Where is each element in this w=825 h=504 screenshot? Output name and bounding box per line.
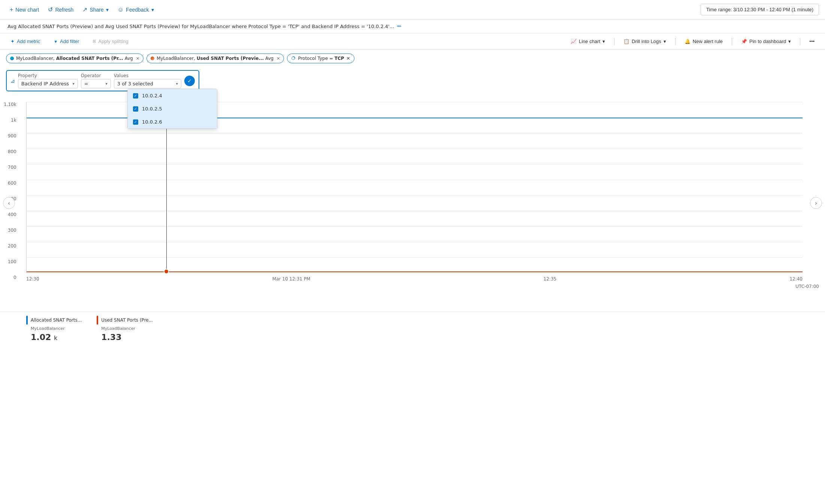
checkbox-1[interactable]: ✓ (133, 93, 138, 98)
property-chevron-icon: ▾ (73, 82, 75, 86)
operator-label: Operator (81, 73, 111, 78)
filter-row: ⊿ Property Backend IP Address ▾ Operator… (0, 67, 825, 94)
grid-line-10 (27, 257, 803, 258)
feedback-button[interactable]: ☺ Feedback ▾ (114, 4, 158, 15)
refresh-button[interactable]: ↺ Refresh (44, 4, 77, 15)
legend-label-row-1: Allocated SNAT Ports... (26, 316, 82, 325)
drill-into-logs-button[interactable]: 📋 Drill into Logs ▾ (619, 36, 671, 46)
legend-unit-1: k (54, 334, 57, 341)
pill-dot-1 (10, 57, 14, 60)
dropdown-item-1[interactable]: ✓ 10.0.2.4 (128, 89, 217, 102)
alert-icon: 🔔 (685, 39, 690, 44)
operator-chevron-icon: ▾ (106, 82, 108, 86)
pill-label-1: MyLoadBalancer, Allocated SNAT Ports (Pr… (16, 56, 133, 61)
dropdown-value-2: 10.0.2.5 (142, 106, 162, 112)
pill-label-2: MyLoadBalancer, Used SNAT Ports (Previe.… (157, 56, 274, 61)
legend-color-2 (97, 316, 98, 325)
chart-title: Avg Allocated SNAT Ports (Preview) and A… (7, 24, 394, 29)
feedback-icon: ☺ (118, 6, 124, 13)
refresh-icon: ↺ (48, 6, 53, 13)
property-group: Property Backend IP Address ▾ (18, 73, 78, 88)
values-group: Values 3 of 3 selected ▾ (114, 73, 181, 88)
operator-group: Operator = ▾ (81, 73, 111, 88)
legend-value-1: 1.02 k (26, 333, 82, 342)
chevron-down-icon: ▾ (106, 7, 109, 13)
y-label-4: 800 (4, 149, 16, 154)
grid-line-9 (27, 242, 803, 242)
grid-line-5 (27, 180, 803, 180)
grid-line-11 (27, 273, 803, 273)
values-label: Values (114, 73, 181, 78)
chart-nav-left[interactable]: ‹ (3, 197, 15, 209)
values-chevron-icon: ▾ (176, 82, 178, 86)
property-label: Property (18, 73, 78, 78)
y-label-6: 600 (4, 180, 16, 186)
chart-container: 1.10k 1k 900 800 700 600 500 400 300 200… (0, 94, 825, 312)
orange-data-point (164, 269, 169, 274)
filter-icon: 🔿 (291, 56, 296, 61)
apply-splitting-icon: ⊞ (93, 39, 96, 44)
chart-title-bar: Avg Allocated SNAT Ports (Preview) and A… (0, 19, 825, 33)
drill-logs-icon: 📋 (623, 39, 629, 44)
grid-line-3 (27, 149, 803, 149)
line-chart-button[interactable]: 📈 Line chart ▾ (566, 36, 610, 46)
add-filter-button[interactable]: ▼ Add filter (49, 36, 84, 46)
dropdown-item-2[interactable]: ✓ 10.0.2.5 (128, 102, 217, 115)
y-label-3: 900 (4, 133, 16, 139)
grid-line-8 (27, 226, 803, 227)
dropdown-value-3: 10.0.2.6 (142, 119, 162, 125)
y-label-10: 200 (4, 243, 16, 249)
dropdown-item-3[interactable]: ✓ 10.0.2.6 (128, 115, 217, 128)
time-range-button[interactable]: Time range: 3/10 12:30 PM - 12:40 PM (1 … (701, 4, 819, 15)
x-label-3: 12:35 (544, 276, 557, 282)
metrics-toolbar: ✦ Add metric ▼ Add filter ⊞ Apply splitt… (0, 33, 825, 50)
share-icon: ↗ (82, 6, 87, 13)
grid-line-6 (27, 195, 803, 195)
chart-nav-right[interactable]: › (810, 197, 822, 209)
pill-close-1[interactable]: ✕ (136, 56, 139, 61)
metric-pill-1[interactable]: MyLoadBalancer, Allocated SNAT Ports (Pr… (6, 54, 143, 63)
pin-to-dashboard-button[interactable]: 📌 Pin to dashboard ▾ (737, 36, 795, 46)
legend-label-1: Allocated SNAT Ports... (31, 318, 82, 323)
chevron-down-icon: ▾ (664, 39, 666, 44)
top-toolbar: + New chart ↺ Refresh ↗ Share ▾ ☺ Feedba… (0, 0, 825, 19)
property-select[interactable]: Backend IP Address ▾ (18, 79, 78, 88)
y-label-5: 700 (4, 165, 16, 170)
grid-line-2 (27, 133, 803, 133)
plus-icon: + (10, 6, 13, 13)
metric-pill-2[interactable]: MyLoadBalancer, Used SNAT Ports (Previe.… (146, 54, 284, 63)
chevron-down-icon: ▾ (151, 7, 154, 13)
y-label-12: 0 (4, 275, 16, 280)
x-label-1: 12:30 (26, 276, 39, 282)
pill-close-2[interactable]: ✕ (276, 56, 280, 61)
edit-title-icon[interactable]: ✏ (397, 23, 402, 29)
legend-value-2: 1.33 (97, 333, 153, 342)
filter-funnel-icon: ⊿ (10, 78, 15, 84)
new-alert-rule-button[interactable]: 🔔 New alert rule (680, 36, 727, 46)
apply-splitting-button[interactable]: ⊞ Apply splitting (88, 36, 133, 46)
x-label-2: Mar 10 12:31 PM (272, 276, 311, 282)
add-metric-button[interactable]: ✦ Add metric (6, 36, 45, 46)
filter-confirm-button[interactable]: ✓ (184, 76, 195, 86)
more-options-icon: ••• (809, 39, 815, 44)
checkbox-2[interactable]: ✓ (133, 106, 138, 112)
new-chart-button[interactable]: + New chart (6, 4, 43, 15)
add-metric-icon: ✦ (10, 39, 15, 44)
filter-pill-label: Protocol Type = TCP (298, 56, 344, 61)
x-axis-labels: 12:30 Mar 10 12:31 PM 12:35 12:40 (26, 273, 803, 282)
more-options-button[interactable]: ••• (805, 36, 819, 46)
pill-dot-2 (151, 57, 154, 60)
share-button[interactable]: ↗ Share ▾ (79, 4, 112, 15)
legend-sub-1: MyLoadBalancer (26, 326, 82, 331)
chevron-down-icon: ▾ (788, 39, 791, 44)
legend-label-2: Used SNAT Ports (Pre... (101, 318, 153, 323)
x-label-4: 12:40 (789, 276, 803, 282)
operator-select[interactable]: = ▾ (81, 79, 111, 88)
checkbox-3[interactable]: ✓ (133, 119, 138, 125)
pin-icon: 📌 (741, 39, 747, 44)
filter-pill-protocol[interactable]: 🔿 Protocol Type = TCP ✕ (287, 54, 354, 63)
chart-wrapper: ‹ › 1.10k 1k 900 800 700 600 500 400 300… (0, 94, 825, 312)
utc-label: UTC-07:00 (795, 284, 819, 289)
filter-pill-close[interactable]: ✕ (347, 56, 350, 61)
values-select[interactable]: 3 of 3 selected ▾ (114, 79, 181, 88)
